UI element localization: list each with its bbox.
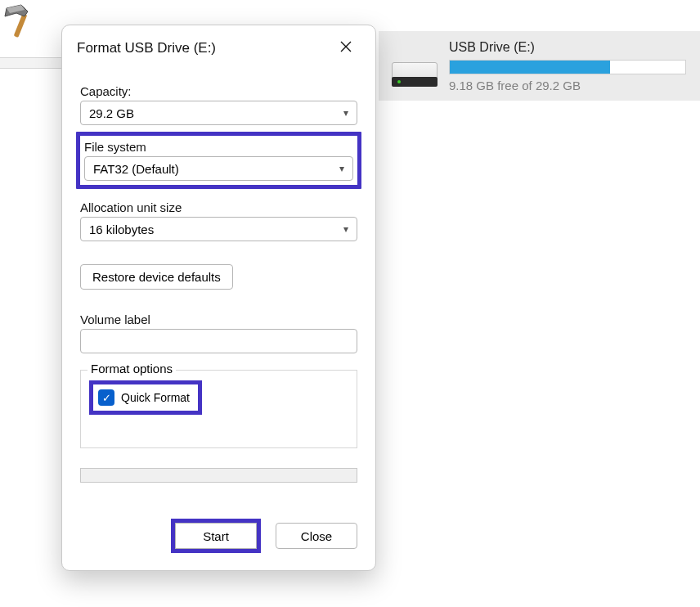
close-dialog-button[interactable]: Close <box>276 523 357 549</box>
toolbar-background <box>0 57 65 69</box>
hammer-icon <box>0 3 39 42</box>
allocation-select[interactable]: 16 kilobytes ▾ <box>80 217 357 241</box>
format-dialog: Format USB Drive (E:) Capacity: 29.2 GB … <box>61 25 376 571</box>
dialog-title: Format USB Drive (E:) <box>77 40 216 56</box>
quick-format-label: Quick Format <box>121 391 190 404</box>
chevron-down-icon: ▾ <box>339 163 344 174</box>
drive-panel[interactable]: USB Drive (E:) 9.18 GB free of 29.2 GB <box>379 31 700 101</box>
quick-format-checkbox[interactable]: ✓ <box>98 389 114 406</box>
start-button[interactable]: Start <box>175 523 257 549</box>
drive-title: USB Drive (E:) <box>449 40 687 55</box>
capacity-label: Capacity: <box>80 84 357 98</box>
restore-defaults-button[interactable]: Restore device defaults <box>80 264 233 290</box>
allocation-value: 16 kilobytes <box>89 223 154 236</box>
close-button[interactable] <box>331 37 361 60</box>
svg-rect-0 <box>14 13 28 38</box>
close-icon <box>340 41 352 56</box>
start-highlight: Start <box>171 519 261 553</box>
drive-usage-bar <box>449 60 686 74</box>
filesystem-label: File system <box>84 140 353 154</box>
format-options-fieldset: Format options ✓ Quick Format <box>80 370 357 448</box>
chevron-down-icon: ▾ <box>343 107 348 119</box>
quick-format-highlight: ✓ Quick Format <box>89 380 202 415</box>
format-options-legend: Format options <box>88 362 176 375</box>
filesystem-highlight: File system FAT32 (Default) ▾ <box>76 132 361 189</box>
dialog-titlebar[interactable]: Format USB Drive (E:) <box>62 25 375 66</box>
format-progress-bar <box>80 468 357 483</box>
close-label: Close <box>301 529 332 543</box>
allocation-label: Allocation unit size <box>80 200 357 214</box>
chevron-down-icon: ▾ <box>343 223 348 235</box>
start-label: Start <box>203 529 229 543</box>
drive-icon <box>392 46 438 87</box>
check-icon: ✓ <box>102 392 111 404</box>
volume-label-input[interactable] <box>80 329 357 353</box>
restore-label: Restore device defaults <box>92 270 221 284</box>
quick-format-row[interactable]: ✓ Quick Format <box>93 384 198 411</box>
capacity-select[interactable]: 29.2 GB ▾ <box>80 101 357 125</box>
capacity-value: 29.2 GB <box>89 106 134 120</box>
filesystem-value: FAT32 (Default) <box>93 162 179 176</box>
filesystem-select[interactable]: FAT32 (Default) ▾ <box>84 156 353 181</box>
drive-free-text: 9.18 GB free of 29.2 GB <box>449 79 687 92</box>
volume-label-label: Volume label <box>80 312 357 326</box>
